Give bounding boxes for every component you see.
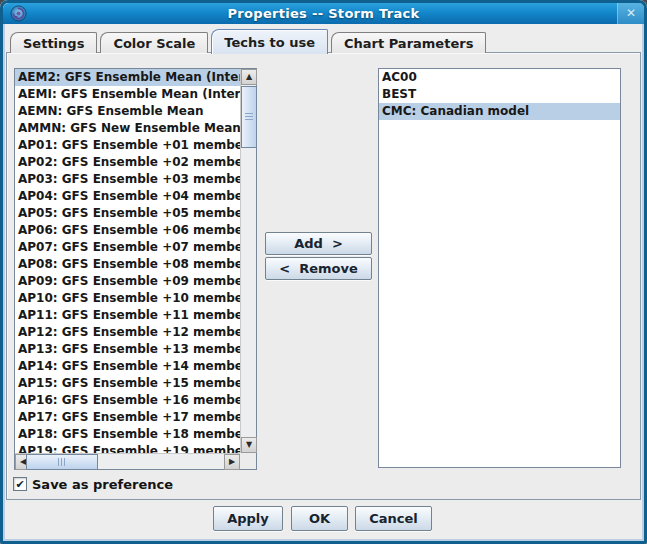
properties-dialog: Properties -- Storm Track ✕ SettingsColo…	[0, 0, 647, 544]
vertical-scrollbar[interactable]: ▲ ▼	[240, 69, 256, 453]
list-item[interactable]: AMMN: GFS New Ensemble Mean	[15, 120, 240, 137]
ok-button[interactable]: OK	[291, 506, 348, 531]
close-icon[interactable]: ✕	[617, 3, 644, 24]
tab-chart-parameters[interactable]: Chart Parameters	[331, 32, 486, 53]
list-item[interactable]: AEMI: GFS Ensemble Mean (Interpola	[15, 86, 240, 103]
list-item[interactable]: AP15: GFS Ensemble +15 member	[15, 375, 240, 392]
list-item[interactable]: AP14: GFS Ensemble +14 member	[15, 358, 240, 375]
list-item[interactable]: AP10: GFS Ensemble +10 member	[15, 290, 240, 307]
scroll-right-icon[interactable]: ▶	[224, 454, 240, 470]
thumb-grip	[58, 458, 66, 466]
list-item[interactable]: BEST	[379, 86, 620, 103]
list-item[interactable]: AP11: GFS Ensemble +11 member	[15, 307, 240, 324]
cancel-button[interactable]: Cancel	[355, 506, 432, 531]
list-item[interactable]: AP07: GFS Ensemble +07 member	[15, 239, 240, 256]
list-item[interactable]: AP01: GFS Ensemble +01 member	[15, 137, 240, 154]
list-item[interactable]: AP04: GFS Ensemble +04 member	[15, 188, 240, 205]
list-item[interactable]: CMC: Canadian model	[379, 103, 620, 120]
list-item[interactable]: AP13: GFS Ensemble +13 member	[15, 341, 240, 358]
save-preference-row: ✔ Save as preference	[13, 476, 173, 492]
dont-use-list[interactable]: AEM2: GFS Ensemble Mean (InterpolAEMI: G…	[14, 68, 257, 470]
list-item[interactable]: AP19: GFS Ensemble +19 member	[15, 443, 240, 453]
scroll-up-icon[interactable]: ▲	[241, 69, 257, 85]
list-item[interactable]: AP08: GFS Ensemble +08 member	[15, 256, 240, 273]
add-button[interactable]: Add >	[265, 232, 372, 255]
apply-button[interactable]: Apply	[213, 506, 283, 531]
tab-settings[interactable]: Settings	[10, 32, 97, 53]
tab-bar: SettingsColor ScaleTechs to useChart Par…	[10, 28, 489, 53]
list-item[interactable]: AP09: GFS Ensemble +09 member	[15, 273, 240, 290]
list-item[interactable]: AP17: GFS Ensemble +17 member	[15, 409, 240, 426]
window-title: Properties -- Storm Track	[3, 6, 644, 21]
list-item[interactable]: AEM2: GFS Ensemble Mean (Interpol	[15, 69, 240, 86]
tab-color-scale[interactable]: Color Scale	[100, 32, 208, 53]
horizontal-scrollbar[interactable]: ◀ ▶	[15, 453, 240, 469]
check-icon: ✔	[15, 478, 24, 491]
save-preference-label: Save as preference	[32, 477, 173, 492]
use-list-viewport: AC00BESTCMC: Canadian model	[379, 69, 620, 467]
list-item[interactable]: AP18: GFS Ensemble +18 member	[15, 426, 240, 443]
use-list[interactable]: AC00BESTCMC: Canadian model	[378, 68, 621, 468]
list-item[interactable]: AP12: GFS Ensemble +12 member	[15, 324, 240, 341]
list-item[interactable]: AP05: GFS Ensemble +05 member	[15, 205, 240, 222]
scrollbar-corner	[240, 453, 256, 469]
dont-use-list-viewport: AEM2: GFS Ensemble Mean (InterpolAEMI: G…	[15, 69, 240, 453]
list-item[interactable]: AP02: GFS Ensemble +02 member	[15, 154, 240, 171]
vertical-scrollbar-thumb[interactable]	[241, 86, 257, 148]
list-item[interactable]: AP03: GFS Ensemble +03 member	[15, 171, 240, 188]
scroll-down-icon[interactable]: ▼	[241, 437, 257, 453]
list-item[interactable]: AP06: GFS Ensemble +06 member	[15, 222, 240, 239]
remove-button[interactable]: < Remove	[265, 257, 372, 280]
save-preference-checkbox[interactable]: ✔	[13, 477, 27, 491]
list-item[interactable]: AEMN: GFS Ensemble Mean	[15, 103, 240, 120]
title-bar[interactable]: Properties -- Storm Track ✕	[3, 3, 644, 24]
thumb-grip	[245, 113, 253, 121]
horizontal-scrollbar-thumb[interactable]	[26, 454, 98, 470]
list-item[interactable]: AC00	[379, 69, 620, 86]
list-item[interactable]: AP16: GFS Ensemble +16 member	[15, 392, 240, 409]
tab-techs-to-use[interactable]: Techs to use	[211, 29, 328, 54]
